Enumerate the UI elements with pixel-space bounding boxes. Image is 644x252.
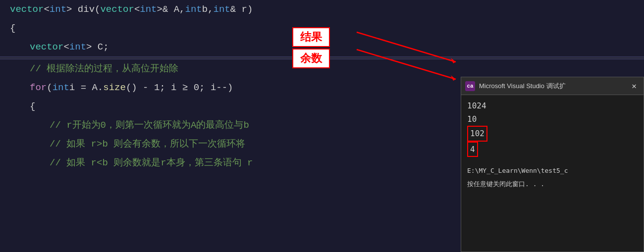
- comment-text: // 如果 r>b 则会有余数，所以下一次循环将: [50, 137, 245, 151]
- code-line-1: vector < int > div( vector < int >& A, i…: [0, 0, 644, 19]
- code-token: int: [140, 2, 157, 17]
- code-token: {: [10, 21, 15, 36]
- code-token: vector: [10, 2, 44, 17]
- annotation-text-result: 结果: [300, 31, 322, 43]
- code-token: int: [50, 2, 66, 17]
- vs-output-window: ca Microsoft Visual Studio 调试扩 ✕ 1024 10…: [461, 77, 644, 252]
- svg-line-0: [357, 32, 456, 62]
- code-token: >& A,: [157, 2, 185, 17]
- code-editor: vector < int > div( vector < int >& A, i…: [0, 0, 644, 252]
- code-token: int: [185, 2, 202, 17]
- vs-titlebar: ca Microsoft Visual Studio 调试扩 ✕: [461, 77, 644, 95]
- code-token: > div(: [66, 2, 100, 17]
- code-token: for: [30, 80, 47, 95]
- svg-line-2: [357, 50, 456, 79]
- vs-icon: ca: [465, 81, 475, 91]
- code-token: int: [214, 2, 230, 17]
- code-token: b,: [202, 2, 214, 17]
- annotation-container: 结果 余数: [292, 27, 330, 68]
- vs-footer: 按任意键关闭此窗口. . .: [467, 178, 638, 190]
- code-token: {: [30, 99, 35, 114]
- vs-title: Microsoft Visual Studio 调试扩: [479, 82, 629, 91]
- vs-path: E:\MY_C_Learn\Wenn\test5_c: [467, 165, 638, 176]
- code-token: vector: [100, 2, 134, 17]
- comment-text: // r开始为0，则第一次循环就为A的最高位与b: [50, 118, 249, 133]
- code-token: int: [53, 80, 69, 95]
- code-line-3: vector < int > C;: [20, 38, 644, 56]
- output-line-2: 10: [467, 112, 638, 126]
- code-token: size: [103, 80, 126, 95]
- output-line-4: 4: [467, 142, 638, 157]
- annotation-text-remainder: 余数: [300, 52, 322, 64]
- vs-close-button[interactable]: ✕: [629, 80, 640, 92]
- code-token: (: [47, 80, 52, 95]
- code-token: & r): [230, 2, 253, 17]
- annotation-box-remainder: 余数: [292, 49, 330, 68]
- output-line-3: 102: [467, 126, 638, 141]
- code-comment-1: // 根据除法的过程，从高位开始除: [20, 59, 644, 78]
- output-highlighted-4: 4: [467, 142, 478, 157]
- code-token: int: [69, 40, 86, 54]
- code-token: vector: [30, 40, 63, 54]
- code-token: > C;: [86, 40, 109, 54]
- code-token: <: [44, 2, 49, 17]
- code-token: <: [63, 40, 69, 54]
- vs-content: 1024 10 102 4 E:\MY_C_Learn\Wenn\test5_c…: [461, 95, 644, 194]
- code-token: () - 1; i ≥ 0; i--): [126, 80, 233, 95]
- comment-text: // 根据除法的过程，从高位开始除: [30, 61, 178, 76]
- annotation-box-result: 结果: [292, 27, 330, 47]
- code-token: i = A.: [69, 80, 103, 95]
- output-line-1: 1024: [467, 99, 638, 112]
- comment-text: // 如果 r<b 则余数就是r本身，第三条语句 r: [50, 155, 253, 170]
- output-highlighted-102: 102: [467, 126, 487, 141]
- vs-icon-text: ca: [467, 83, 473, 89]
- code-token: <: [134, 2, 140, 17]
